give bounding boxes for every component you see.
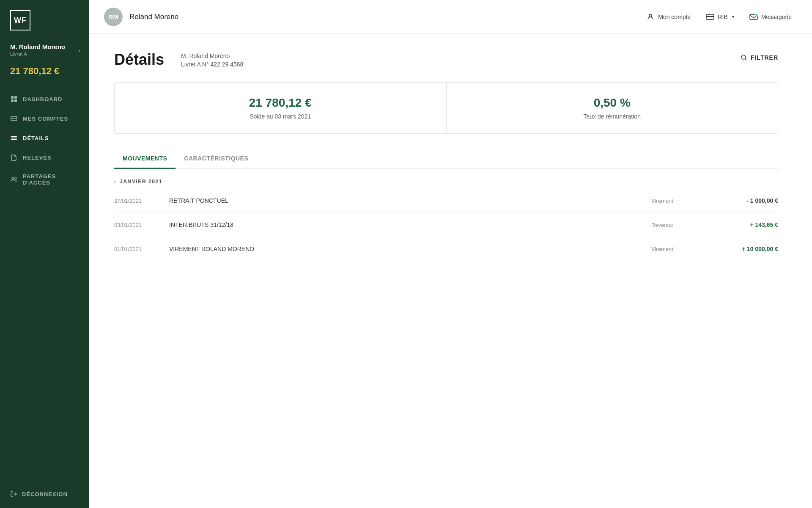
sidebar-balance: 21 780,12 € [0, 61, 89, 85]
table-row: 03/01/2021 INTER.BRUTS 31/12/18 Revenus … [114, 213, 778, 237]
movement-amount: + 143,65 € [710, 221, 778, 228]
page-header: Détails M. Roland Moreno Livret A N° 422… [114, 51, 778, 69]
main-content: RM Roland Moreno Mon compte [89, 0, 812, 508]
mon-compte-label: Mon compte [658, 14, 691, 20]
list-icon [10, 134, 18, 142]
movement-date: 01/01/2021 [114, 246, 161, 252]
logout-button[interactable]: DÉCONNEXION [0, 480, 89, 508]
sidebar-item-releves[interactable]: RELEVÉS [0, 148, 89, 167]
filter-label: FILTRER [751, 54, 778, 61]
tab-mouvements-label: MOUVEMENTS [123, 155, 167, 162]
page-content: Détails M. Roland Moreno Livret A N° 422… [89, 34, 812, 508]
nav-releves-label: RELEVÉS [23, 155, 52, 161]
rib-button[interactable]: RIB ▾ [706, 13, 734, 21]
svg-rect-6 [11, 136, 17, 137]
nav-mes-comptes-label: MES COMPTES [23, 116, 68, 122]
tab-caracteristiques[interactable]: CARACTÉRISTIQUES [176, 149, 257, 169]
topbar: RM Roland Moreno Mon compte [89, 0, 812, 34]
topbar-avatar-initials: RM [108, 13, 118, 20]
tab-mouvements[interactable]: MOUVEMENTS [114, 149, 176, 169]
topbar-actions: Mon compte RIB ▾ [646, 13, 792, 21]
nav-dashboard-label: DASHBOARD [23, 96, 63, 102]
sidebar-item-dashboard[interactable]: DASHBOARD [0, 89, 89, 109]
sidebar: WF M. Roland Moreno Livret A › 21 780,12… [0, 0, 89, 508]
messagerie-label: Messagerie [761, 14, 792, 20]
movement-type: Virement [651, 198, 702, 204]
wallet-icon [10, 115, 18, 122]
messagerie-button[interactable]: Messagerie [749, 13, 792, 21]
page-header-left: Détails M. Roland Moreno Livret A N° 422… [114, 51, 243, 69]
balance-value: 21 780,12 € [249, 96, 312, 110]
tab-caracteristiques-label: CARACTÉRISTIQUES [184, 155, 248, 162]
rate-card: 0,50 % Taux de rémunération [446, 83, 778, 133]
svg-point-10 [15, 177, 16, 179]
rate-value: 0,50 % [594, 96, 631, 110]
movement-label: VIREMENT ROLAND MORENO [169, 246, 643, 252]
file-icon [10, 154, 18, 161]
month-header[interactable]: › JANVIER 2021 [114, 169, 778, 189]
svg-rect-0 [11, 96, 14, 99]
movement-type: Revenus [651, 222, 702, 228]
card-icon [706, 13, 714, 21]
summary-cards: 21 780,12 € Solde au 03 mars 2021 0,50 %… [114, 82, 778, 134]
rib-label: RIB [718, 14, 727, 20]
chevron-down-icon: › [114, 179, 116, 184]
table-row: 27/01/2021 RETRAIT PONCTUEL Virement - 1… [114, 189, 778, 213]
movement-type: Virement [651, 246, 702, 252]
page-title: Détails [114, 51, 164, 69]
svg-rect-7 [11, 138, 17, 138]
svg-rect-13 [706, 16, 714, 17]
svg-rect-3 [14, 99, 17, 102]
topbar-user-name: Roland Moreno [129, 13, 639, 21]
sidebar-user-info: M. Roland Moreno Livret A [10, 43, 65, 57]
logout-label: DÉCONNEXION [22, 491, 68, 497]
svg-rect-1 [14, 96, 17, 99]
filter-button[interactable]: FILTRER [741, 51, 778, 61]
users-icon [10, 176, 18, 183]
table-row: 01/01/2021 VIREMENT ROLAND MORENO Vireme… [114, 237, 778, 261]
svg-rect-8 [11, 139, 17, 140]
tabs: MOUVEMENTS CARACTÉRISTIQUES [114, 149, 778, 169]
svg-rect-5 [11, 118, 17, 119]
rate-label: Taux de rémunération [584, 113, 641, 120]
movements-section: › JANVIER 2021 27/01/2021 RETRAIT PONCTU… [114, 169, 778, 261]
sidebar-item-mes-comptes[interactable]: MES COMPTES [0, 109, 89, 128]
movement-label: RETRAIT PONCTUEL [169, 197, 643, 204]
topbar-avatar: RM [104, 8, 123, 26]
movement-amount: - 1 000,00 € [710, 197, 778, 204]
svg-point-9 [12, 177, 14, 179]
sidebar-nav: DASHBOARD MES COMPTES DÉTAILS [0, 85, 89, 480]
logout-icon [10, 490, 18, 498]
month-label: JANVIER 2021 [120, 178, 162, 185]
rib-chevron-icon: ▾ [732, 14, 734, 19]
sidebar-user-account: Livret A [10, 51, 65, 57]
grid-icon [10, 95, 18, 103]
page-subtitle-name: M. Roland Moreno [181, 52, 243, 59]
movement-date: 27/01/2021 [114, 198, 161, 204]
nav-details-label: DÉTAILS [23, 135, 49, 141]
balance-card: 21 780,12 € Solde au 03 mars 2021 [115, 83, 446, 133]
user-icon [646, 13, 655, 21]
logo-box: WF [10, 10, 30, 30]
page-subtitle: M. Roland Moreno Livret A N° 422 29 4568 [181, 51, 243, 68]
movement-date: 03/01/2021 [114, 222, 161, 228]
svg-point-11 [649, 14, 652, 17]
nav-partages-label: PARTAGES D'ACCÈS [23, 173, 79, 186]
sidebar-item-partages[interactable]: PARTAGES D'ACCÈS [0, 167, 89, 192]
page-subtitle-account: Livret A N° 422 29 4568 [181, 61, 243, 68]
mon-compte-button[interactable]: Mon compte [646, 13, 691, 21]
sidebar-chevron-icon: › [78, 47, 80, 54]
balance-label: Solde au 03 mars 2021 [250, 113, 311, 120]
search-icon [741, 54, 747, 61]
svg-point-15 [755, 14, 758, 17]
svg-rect-2 [11, 99, 14, 102]
sidebar-logo-area: WF [0, 0, 89, 39]
sidebar-item-details[interactable]: DÉTAILS [0, 128, 89, 148]
movement-label: INTER.BRUTS 31/12/18 [169, 221, 643, 228]
sidebar-user-name: M. Roland Moreno [10, 43, 65, 50]
mail-icon [749, 13, 758, 21]
logo-text: WF [14, 16, 27, 25]
movement-amount: + 10 000,00 € [710, 246, 778, 252]
sidebar-user[interactable]: M. Roland Moreno Livret A › [0, 39, 89, 61]
